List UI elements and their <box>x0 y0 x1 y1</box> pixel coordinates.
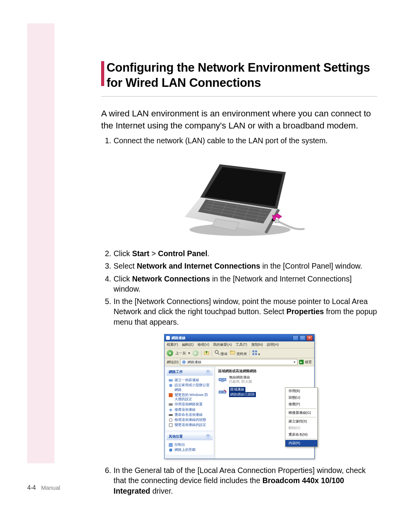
other-link[interactable]: 網路上的芳鄰 <box>169 448 210 452</box>
ctx-repair[interactable]: 修復(P) <box>285 401 317 408</box>
control-panel-icon <box>169 443 173 447</box>
lan-connection-icon <box>218 388 227 396</box>
window-tasks-pane: 網路工作 ˄ 建立一個新連線 設定家用或小型辦公室網路 變更您的 Windows… <box>164 366 215 459</box>
toolbar-views-button[interactable]: ▾ <box>252 350 261 356</box>
svg-rect-28 <box>255 353 257 355</box>
svg-point-21 <box>215 350 218 353</box>
step-4-text-a: Click <box>114 274 132 283</box>
heading-block: Configuring the Network Environment Sett… <box>101 60 377 97</box>
menu-advanced[interactable]: 進階(N) <box>251 342 263 347</box>
task-link[interactable]: 重新命名這個連線 <box>169 413 210 417</box>
toolbar-folders-button[interactable]: 資料夾 <box>230 350 247 357</box>
laptop-illustration <box>173 153 305 242</box>
chevron-up-icon: ˄ <box>206 370 210 375</box>
toolbar-up-button[interactable] <box>204 350 209 356</box>
footer-label: Manual <box>41 484 60 491</box>
toolbar-forward-button[interactable]: ► <box>192 350 199 356</box>
toolbar-separator <box>201 350 201 356</box>
menu-edit[interactable]: 編輯(E) <box>182 342 194 347</box>
svg-rect-26 <box>255 350 257 352</box>
status-icon <box>169 418 173 422</box>
other-link[interactable]: 控制台 <box>169 443 210 447</box>
window-maximize-button[interactable]: □ <box>299 335 306 341</box>
svg-rect-19 <box>275 220 279 223</box>
repair-icon <box>169 408 173 412</box>
task-link[interactable]: 變更您的 Windows 防火牆的設定 <box>169 393 210 402</box>
task-link[interactable]: 停用這個網路裝置 <box>169 402 210 406</box>
window-close-button[interactable]: × <box>306 335 313 341</box>
step-1: Connect the network (LAN) cable to the L… <box>112 135 377 146</box>
svg-rect-24 <box>230 351 232 352</box>
svg-point-38 <box>169 448 172 452</box>
folder-up-icon <box>204 350 209 355</box>
chevron-up-icon: ˄ <box>206 434 210 439</box>
menu-tools[interactable]: 工具(T) <box>236 342 247 347</box>
lan-section-header: 區域網路或高速網際網路 <box>218 369 311 374</box>
menu-help[interactable]: 說明(H) <box>267 342 279 347</box>
svg-rect-30 <box>169 379 173 382</box>
svg-rect-34 <box>169 414 173 416</box>
step-2-start: Start <box>132 249 149 258</box>
ctx-rename[interactable]: 重新命名(M) <box>285 431 317 438</box>
ctx-status[interactable]: 狀態(U) <box>285 394 317 401</box>
tasks-panel-header[interactable]: 網路工作 ˄ <box>166 368 213 376</box>
step-3: Select Network and Internet Connections … <box>112 261 377 271</box>
toolbar-search-button[interactable]: 搜尋 <box>214 350 228 357</box>
menu-view[interactable]: 檢視(V) <box>198 342 209 347</box>
heading-rule <box>101 96 377 97</box>
ctx-delete: 刪除(D) <box>285 425 317 431</box>
tasks-panel-body: 建立一個新連線 設定家用或小型辦公室網路 變更您的 Windows 防火牆的設定… <box>166 376 213 430</box>
address-value: 網路連線 <box>187 360 201 365</box>
settings-icon <box>169 423 173 427</box>
address-go-button[interactable]: ► 移至 <box>299 360 312 365</box>
step-6-text-b: driver. <box>150 487 173 495</box>
ctx-separator <box>286 417 317 417</box>
steps-list: Connect the network (LAN) cable to the L… <box>101 135 377 146</box>
other-places-body: 控制台 網路上的芳鄰 <box>166 440 213 455</box>
svg-rect-36 <box>169 424 172 427</box>
manual-page: Configuring the Network Environment Sett… <box>0 0 420 510</box>
wifi-connection-name: 無線網路連線 <box>229 375 252 380</box>
views-icon <box>252 350 257 355</box>
page-footer: 4-4 Manual <box>27 484 60 491</box>
search-icon <box>214 350 220 355</box>
toolbar-back-label: 上一頁 <box>175 351 186 356</box>
task-link[interactable]: 變更這個連線的設定 <box>169 423 210 427</box>
menu-favorites[interactable]: 我的最愛(A) <box>213 342 232 347</box>
other-places-header[interactable]: 其他位置 ˄ <box>166 433 213 440</box>
window-minimize-button[interactable]: _ <box>292 335 299 341</box>
step-2-text-b: > <box>149 249 158 258</box>
ctx-properties[interactable]: 內容(R) <box>285 440 317 447</box>
ctx-separator <box>286 408 317 409</box>
task-link[interactable]: 修復這個連線 <box>169 408 210 412</box>
menu-file[interactable]: 檔案(F) <box>167 342 178 347</box>
step-5-bold: Properties <box>286 307 324 316</box>
ctx-shortcut[interactable]: 建立捷徑(S) <box>285 418 317 425</box>
svg-rect-27 <box>252 353 254 355</box>
window-body: 網路工作 ˄ 建立一個新連線 設定家用或小型辦公室網路 變更您的 Windows… <box>164 366 314 459</box>
address-input[interactable]: 網路連線 ▾ <box>180 359 298 365</box>
svg-rect-41 <box>219 391 222 393</box>
svg-point-35 <box>169 419 172 422</box>
ctx-bridge[interactable]: 橋接器連線(G) <box>285 410 317 416</box>
toolbar-separator <box>212 350 212 356</box>
window-title-text: 網路連線 <box>166 336 186 341</box>
svg-point-31 <box>169 384 172 387</box>
home-network-icon <box>169 383 173 387</box>
ctx-disable[interactable]: 停用(B) <box>285 388 317 394</box>
wifi-connection-item[interactable]: 無線網路連線 已啟用, 防火牆 <box>218 375 311 384</box>
step-2-control-panel: Control Panel <box>158 249 207 258</box>
address-label: 網址(D) <box>167 360 179 365</box>
window-address-bar: 網址(D) 網路連線 ▾ ► 移至 <box>164 358 314 366</box>
chapter-margin-bar <box>27 23 54 463</box>
tasks-panel: 網路工作 ˄ 建立一個新連線 設定家用或小型辦公室網路 變更您的 Windows… <box>166 368 213 430</box>
window-titlebar[interactable]: 網路連線 _ □ × <box>164 334 314 341</box>
task-link[interactable]: 檢視這個連線的狀態 <box>169 418 210 422</box>
toolbar-back-button[interactable]: ◄ <box>167 350 173 356</box>
window-menubar[interactable]: 檔案(F) 編輯(E) 檢視(V) 我的最愛(A) 工具(T) 進階(N) 說明… <box>164 341 314 348</box>
task-link[interactable]: 設定家用或小型辦公室網路 <box>169 383 210 392</box>
task-link[interactable]: 建立一個新連線 <box>169 378 210 382</box>
address-dropdown-icon[interactable]: ▾ <box>294 360 296 364</box>
context-menu: 停用(B) 狀態(U) 修復(P) 橋接器連線(G) 建立捷徑(S) 刪除(D)… <box>285 387 318 447</box>
step-2-text-c: . <box>207 249 209 258</box>
